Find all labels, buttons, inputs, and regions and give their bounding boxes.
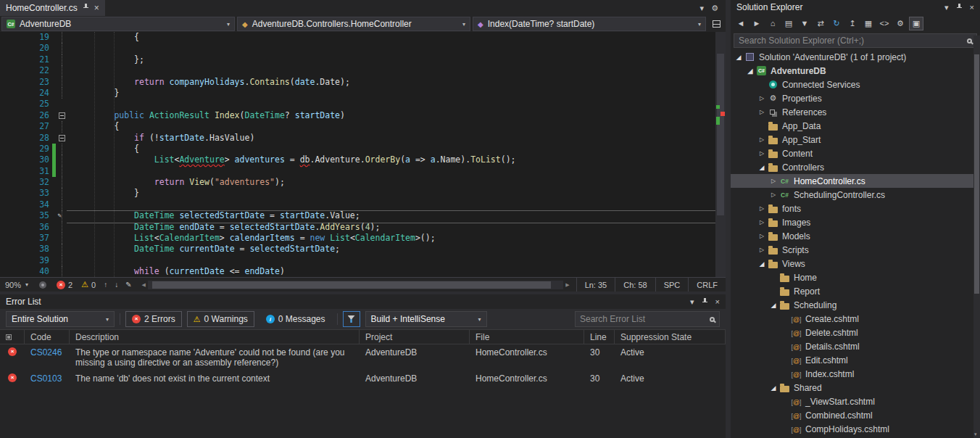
- outlining-margin[interactable]: [57, 244, 68, 255]
- expanded-arrow-icon[interactable]: ◢: [757, 260, 767, 268]
- tree-item[interactable]: ▷App_Start: [731, 133, 980, 146]
- scrollbar-thumb[interactable]: [152, 281, 551, 289]
- outlining-margin[interactable]: [57, 65, 68, 76]
- breakpoint-margin[interactable]: [0, 110, 14, 121]
- tree-item[interactable]: ◢Views: [731, 257, 980, 270]
- tab-homecontroller[interactable]: HomeController.cs ×: [0, 0, 105, 16]
- column-header[interactable]: Code: [25, 330, 70, 344]
- collapsed-arrow-icon[interactable]: ▷: [757, 95, 767, 102]
- scrollbar-thumb[interactable]: [974, 54, 979, 294]
- breakpoint-margin[interactable]: [0, 199, 14, 210]
- code-line-24[interactable]: 24 }: [0, 88, 715, 99]
- member-dropdown[interactable]: ◆ Index(DateTime? startDate) ▾: [473, 17, 706, 31]
- error-search-box[interactable]: [575, 311, 720, 327]
- editor-vertical-scrollbar[interactable]: [715, 32, 726, 277]
- tree-item[interactable]: [@]Create.cshtml: [731, 312, 980, 326]
- error-row[interactable]: ×CS0103The name 'db' does not exist in t…: [0, 371, 726, 387]
- error-count-button[interactable]: × 2: [52, 281, 77, 289]
- tree-item[interactable]: ▷References: [731, 105, 980, 119]
- forward-icon[interactable]: ►: [749, 17, 764, 30]
- code-line-37[interactable]: 37 List<CalendarItem> calendarItems = ne…: [0, 233, 715, 244]
- close-icon[interactable]: ×: [715, 297, 720, 306]
- solution-explorer-scrollbar[interactable]: ▾: [973, 36, 980, 438]
- scrollbar-thumb[interactable]: [717, 54, 724, 215]
- tree-item[interactable]: [@]CompHolidays.cshtml: [731, 422, 980, 436]
- tree-item[interactable]: [@]_ViewStart.cshtml: [731, 394, 980, 408]
- zoom-select[interactable]: 90% ▾: [0, 278, 33, 292]
- next-issue-button[interactable]: ↓: [111, 281, 122, 289]
- collapse-box-icon[interactable]: [59, 112, 65, 119]
- code-line-23[interactable]: 23 return companyHolidays.Contains(date.…: [0, 77, 715, 88]
- warnings-toggle-button[interactable]: ⚠ 0 Warnings: [187, 311, 254, 327]
- column-header[interactable]: Project: [360, 330, 470, 344]
- breakpoint-margin[interactable]: [0, 166, 14, 177]
- outlining-margin[interactable]: [57, 133, 68, 144]
- collapsed-arrow-icon[interactable]: ▷: [768, 191, 778, 198]
- tree-item[interactable]: [@]Edit.cshtml: [731, 353, 980, 367]
- tree-item[interactable]: ▷C#SchedulingController.cs: [731, 188, 980, 202]
- tree-item[interactable]: ▷Scripts: [731, 243, 980, 257]
- tree-item[interactable]: Report: [731, 284, 980, 298]
- refresh-icon[interactable]: ↻: [829, 17, 844, 30]
- breakpoint-margin[interactable]: [0, 177, 14, 188]
- close-icon[interactable]: ×: [970, 3, 974, 12]
- filter-button[interactable]: [343, 311, 360, 327]
- show-all-files-icon[interactable]: ▦: [861, 17, 876, 30]
- tree-item[interactable]: [@]Details.cshtml: [731, 339, 980, 353]
- breakpoint-margin[interactable]: [0, 210, 14, 221]
- code-line-32[interactable]: 32 return View("adventures");: [0, 177, 715, 188]
- split-window-button[interactable]: [708, 17, 724, 31]
- home-icon[interactable]: ⌂: [765, 17, 780, 30]
- chevron-down-icon[interactable]: ▾: [690, 297, 694, 307]
- breakpoint-margin[interactable]: [0, 32, 14, 43]
- sync-with-active-document-icon[interactable]: ⇄: [813, 17, 828, 30]
- outlining-margin[interactable]: [57, 77, 68, 88]
- tree-item[interactable]: Connected Services: [731, 78, 980, 91]
- collapsed-arrow-icon[interactable]: ▷: [757, 247, 767, 253]
- editor-horizontal-scrollbar[interactable]: ◀ ▶: [140, 280, 572, 290]
- collapsed-arrow-icon[interactable]: ▷: [757, 109, 767, 115]
- breakpoint-margin[interactable]: [0, 121, 14, 132]
- outlining-margin[interactable]: [57, 110, 68, 121]
- outlining-margin[interactable]: [57, 255, 68, 266]
- breakpoint-margin[interactable]: [0, 133, 14, 144]
- errors-toggle-button[interactable]: × 2 Errors: [125, 311, 182, 327]
- outlining-margin[interactable]: [57, 154, 68, 165]
- source-dropdown[interactable]: Build + IntelliSense ▾: [365, 311, 487, 327]
- breakpoint-margin[interactable]: [0, 244, 14, 255]
- type-dropdown[interactable]: ◆ AdventureDB.Controllers.HomeController…: [237, 17, 470, 31]
- tree-item[interactable]: [@]Index.cshtml: [731, 367, 980, 381]
- tree-item[interactable]: ▷Content: [731, 146, 980, 160]
- code-line-30[interactable]: 30 List<Adventure> adventures = db.Adven…: [0, 154, 715, 165]
- error-search-input[interactable]: [580, 314, 705, 324]
- outlining-margin[interactable]: [57, 166, 68, 177]
- column-header[interactable]: [0, 330, 25, 344]
- tree-item[interactable]: ▷C#HomeController.cs: [731, 174, 980, 188]
- expanded-arrow-icon[interactable]: ◢: [768, 384, 778, 392]
- code-editor[interactable]: 19 {2021 };2223 return companyHolidays.C…: [0, 32, 726, 277]
- code-line-39[interactable]: 39: [0, 255, 715, 266]
- collapsed-arrow-icon[interactable]: ▷: [757, 233, 767, 239]
- tree-item[interactable]: ▷Models: [731, 229, 980, 243]
- expanded-arrow-icon[interactable]: ◢: [757, 164, 767, 171]
- expanded-arrow-icon[interactable]: ◢: [768, 302, 778, 309]
- column-header[interactable]: File: [470, 330, 584, 344]
- collapsed-arrow-icon[interactable]: ▷: [757, 150, 767, 157]
- switch-views-icon[interactable]: ▤: [781, 17, 796, 30]
- collapse-all-icon[interactable]: ↥: [845, 17, 860, 30]
- outlining-margin[interactable]: [57, 43, 68, 54]
- code-line-29[interactable]: 29 {: [0, 144, 715, 154]
- breakpoint-margin[interactable]: [0, 222, 14, 233]
- error-row[interactable]: ×CS0246The type or namespace name 'Adven…: [0, 344, 726, 371]
- tree-item[interactable]: ◢Controllers: [731, 160, 980, 174]
- expanded-arrow-icon[interactable]: ◢: [734, 54, 744, 61]
- outlining-margin[interactable]: [57, 188, 68, 199]
- code-line-36[interactable]: 36 DateTime endDate = selectedStartDate.…: [0, 222, 715, 233]
- outlining-margin[interactable]: [57, 54, 68, 65]
- breakpoint-margin[interactable]: [0, 65, 14, 76]
- breakpoint-margin[interactable]: [0, 77, 14, 88]
- column-header[interactable]: Suppression State: [615, 330, 726, 344]
- tree-item[interactable]: ◢Shared: [731, 381, 980, 394]
- collapsed-arrow-icon[interactable]: ▷: [757, 205, 767, 212]
- close-icon[interactable]: ×: [94, 3, 99, 13]
